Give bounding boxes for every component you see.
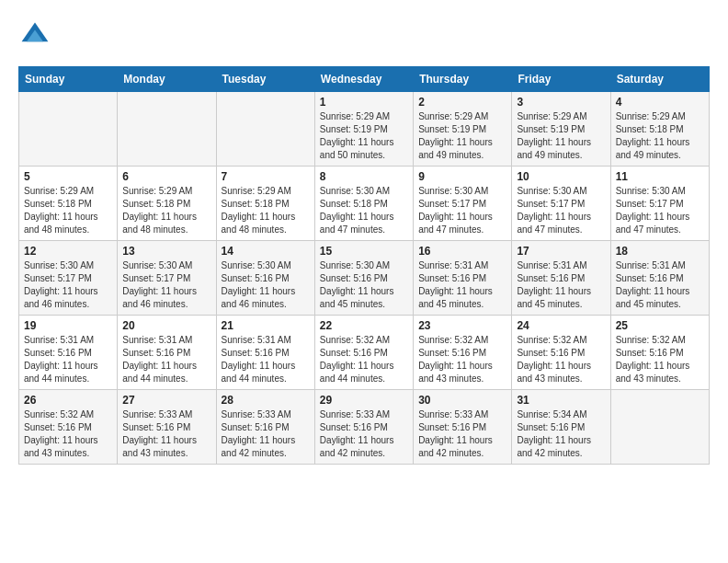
day-number: 12	[24, 245, 112, 258]
calendar-cell: 1Sunrise: 5:29 AM Sunset: 5:19 PM Daylig…	[314, 92, 413, 167]
day-info: Sunrise: 5:34 AM Sunset: 5:16 PM Dayligh…	[517, 408, 605, 460]
day-info: Sunrise: 5:33 AM Sunset: 5:16 PM Dayligh…	[418, 408, 506, 460]
day-number: 15	[320, 245, 408, 258]
day-info: Sunrise: 5:32 AM Sunset: 5:16 PM Dayligh…	[616, 334, 704, 385]
day-of-week-header: Wednesday	[314, 67, 413, 92]
day-info: Sunrise: 5:31 AM Sunset: 5:16 PM Dayligh…	[418, 259, 506, 311]
day-info: Sunrise: 5:32 AM Sunset: 5:16 PM Dayligh…	[418, 334, 506, 385]
day-info: Sunrise: 5:31 AM Sunset: 5:16 PM Dayligh…	[122, 334, 210, 385]
calendar-cell: 14Sunrise: 5:30 AM Sunset: 5:16 PM Dayli…	[216, 241, 314, 316]
day-info: Sunrise: 5:32 AM Sunset: 5:16 PM Dayligh…	[24, 408, 112, 460]
day-of-week-header: Monday	[118, 67, 216, 92]
day-number: 27	[122, 394, 210, 407]
calendar-week-row: 5Sunrise: 5:29 AM Sunset: 5:18 PM Daylig…	[19, 167, 710, 241]
day-number: 11	[616, 170, 704, 183]
day-info: Sunrise: 5:31 AM Sunset: 5:16 PM Dayligh…	[24, 334, 112, 385]
day-number: 7	[222, 170, 310, 183]
day-number: 5	[24, 170, 112, 183]
calendar-cell: 21Sunrise: 5:31 AM Sunset: 5:16 PM Dayli…	[216, 316, 314, 390]
calendar-cell: 25Sunrise: 5:32 AM Sunset: 5:16 PM Dayli…	[610, 316, 709, 390]
day-info: Sunrise: 5:31 AM Sunset: 5:16 PM Dayligh…	[616, 259, 704, 311]
calendar-cell: 27Sunrise: 5:33 AM Sunset: 5:16 PM Dayli…	[118, 390, 216, 465]
calendar-header: SundayMondayTuesdayWednesdayThursdayFrid…	[19, 67, 710, 92]
day-info: Sunrise: 5:29 AM Sunset: 5:18 PM Dayligh…	[222, 185, 310, 236]
calendar-cell: 31Sunrise: 5:34 AM Sunset: 5:16 PM Dayli…	[512, 390, 610, 465]
days-of-week-row: SundayMondayTuesdayWednesdayThursdayFrid…	[19, 67, 710, 92]
day-info: Sunrise: 5:33 AM Sunset: 5:16 PM Dayligh…	[320, 408, 408, 460]
calendar-cell: 10Sunrise: 5:30 AM Sunset: 5:17 PM Dayli…	[512, 167, 610, 241]
logo	[18, 18, 57, 52]
calendar-cell: 11Sunrise: 5:30 AM Sunset: 5:17 PM Dayli…	[610, 167, 709, 241]
day-of-week-header: Saturday	[610, 67, 709, 92]
day-info: Sunrise: 5:29 AM Sunset: 5:19 PM Dayligh…	[418, 110, 506, 162]
day-info: Sunrise: 5:32 AM Sunset: 5:16 PM Dayligh…	[517, 334, 605, 385]
calendar-cell: 24Sunrise: 5:32 AM Sunset: 5:16 PM Dayli…	[512, 316, 610, 390]
calendar-cell: 4Sunrise: 5:29 AM Sunset: 5:18 PM Daylig…	[610, 92, 709, 167]
day-number: 18	[616, 245, 704, 258]
day-info: Sunrise: 5:33 AM Sunset: 5:16 PM Dayligh…	[122, 408, 210, 460]
calendar-cell: 18Sunrise: 5:31 AM Sunset: 5:16 PM Dayli…	[610, 241, 709, 316]
day-info: Sunrise: 5:29 AM Sunset: 5:18 PM Dayligh…	[122, 185, 210, 236]
calendar-cell	[19, 92, 118, 167]
calendar-cell: 22Sunrise: 5:32 AM Sunset: 5:16 PM Dayli…	[314, 316, 413, 390]
calendar-cell: 19Sunrise: 5:31 AM Sunset: 5:16 PM Dayli…	[19, 316, 118, 390]
calendar-cell: 29Sunrise: 5:33 AM Sunset: 5:16 PM Dayli…	[314, 390, 413, 465]
day-number: 13	[122, 245, 210, 258]
day-info: Sunrise: 5:29 AM Sunset: 5:18 PM Dayligh…	[24, 185, 112, 236]
calendar-cell: 7Sunrise: 5:29 AM Sunset: 5:18 PM Daylig…	[216, 167, 314, 241]
day-of-week-header: Sunday	[19, 67, 118, 92]
day-info: Sunrise: 5:29 AM Sunset: 5:19 PM Dayligh…	[517, 110, 605, 162]
calendar-week-row: 26Sunrise: 5:32 AM Sunset: 5:16 PM Dayli…	[19, 390, 710, 465]
calendar-cell: 5Sunrise: 5:29 AM Sunset: 5:18 PM Daylig…	[19, 167, 118, 241]
day-number: 6	[122, 170, 210, 183]
day-number: 3	[517, 96, 605, 109]
day-info: Sunrise: 5:30 AM Sunset: 5:16 PM Dayligh…	[222, 259, 310, 311]
day-info: Sunrise: 5:30 AM Sunset: 5:18 PM Dayligh…	[320, 185, 408, 236]
calendar-cell	[118, 92, 216, 167]
day-info: Sunrise: 5:32 AM Sunset: 5:16 PM Dayligh…	[320, 334, 408, 385]
calendar-cell: 20Sunrise: 5:31 AM Sunset: 5:16 PM Dayli…	[118, 316, 216, 390]
calendar-cell: 26Sunrise: 5:32 AM Sunset: 5:16 PM Dayli…	[19, 390, 118, 465]
day-number: 2	[418, 96, 506, 109]
day-info: Sunrise: 5:33 AM Sunset: 5:16 PM Dayligh…	[222, 408, 310, 460]
day-info: Sunrise: 5:30 AM Sunset: 5:17 PM Dayligh…	[418, 185, 506, 236]
day-number: 28	[222, 394, 310, 407]
day-info: Sunrise: 5:30 AM Sunset: 5:16 PM Dayligh…	[320, 259, 408, 311]
day-number: 22	[320, 319, 408, 332]
calendar-body: 1Sunrise: 5:29 AM Sunset: 5:19 PM Daylig…	[19, 92, 710, 465]
day-number: 9	[418, 170, 506, 183]
calendar-cell: 23Sunrise: 5:32 AM Sunset: 5:16 PM Dayli…	[414, 316, 512, 390]
calendar-table: SundayMondayTuesdayWednesdayThursdayFrid…	[18, 66, 710, 465]
day-number: 8	[320, 170, 408, 183]
day-info: Sunrise: 5:31 AM Sunset: 5:16 PM Dayligh…	[222, 334, 310, 385]
calendar-cell: 12Sunrise: 5:30 AM Sunset: 5:17 PM Dayli…	[19, 241, 118, 316]
calendar-cell: 8Sunrise: 5:30 AM Sunset: 5:18 PM Daylig…	[314, 167, 413, 241]
page-header	[18, 18, 710, 52]
calendar-cell: 15Sunrise: 5:30 AM Sunset: 5:16 PM Dayli…	[314, 241, 413, 316]
calendar-cell: 28Sunrise: 5:33 AM Sunset: 5:16 PM Dayli…	[216, 390, 314, 465]
day-number: 10	[517, 170, 605, 183]
calendar-cell: 16Sunrise: 5:31 AM Sunset: 5:16 PM Dayli…	[414, 241, 512, 316]
day-number: 16	[418, 245, 506, 258]
calendar-cell: 3Sunrise: 5:29 AM Sunset: 5:19 PM Daylig…	[512, 92, 610, 167]
day-of-week-header: Friday	[512, 67, 610, 92]
day-number: 20	[122, 319, 210, 332]
calendar-cell: 6Sunrise: 5:29 AM Sunset: 5:18 PM Daylig…	[118, 167, 216, 241]
calendar-cell	[216, 92, 314, 167]
calendar-cell: 9Sunrise: 5:30 AM Sunset: 5:17 PM Daylig…	[414, 167, 512, 241]
day-number: 21	[222, 319, 310, 332]
calendar-cell: 30Sunrise: 5:33 AM Sunset: 5:16 PM Dayli…	[414, 390, 512, 465]
day-number: 23	[418, 319, 506, 332]
day-number: 14	[222, 245, 310, 258]
day-of-week-header: Thursday	[414, 67, 512, 92]
day-info: Sunrise: 5:30 AM Sunset: 5:17 PM Dayligh…	[616, 185, 704, 236]
day-number: 19	[24, 319, 112, 332]
day-of-week-header: Tuesday	[216, 67, 314, 92]
calendar-cell: 17Sunrise: 5:31 AM Sunset: 5:16 PM Dayli…	[512, 241, 610, 316]
calendar-cell	[610, 390, 709, 465]
day-number: 31	[517, 394, 605, 407]
logo-icon	[18, 18, 51, 52]
calendar-cell: 13Sunrise: 5:30 AM Sunset: 5:17 PM Dayli…	[118, 241, 216, 316]
day-number: 25	[616, 319, 704, 332]
calendar-week-row: 19Sunrise: 5:31 AM Sunset: 5:16 PM Dayli…	[19, 316, 710, 390]
